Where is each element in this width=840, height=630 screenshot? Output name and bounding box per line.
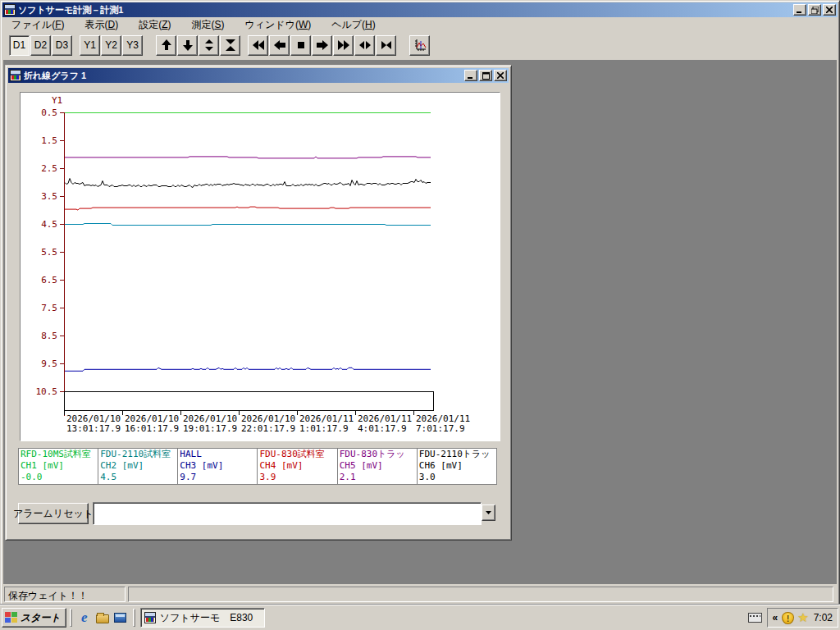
alarm-combo[interactable] bbox=[93, 502, 498, 525]
svg-text:4.5: 4.5 bbox=[41, 219, 57, 230]
keyboard-tray-icon[interactable] bbox=[748, 613, 762, 623]
combo-dropdown-button[interactable] bbox=[482, 504, 495, 521]
ie-quicklaunch-icon[interactable]: e bbox=[76, 609, 93, 626]
scroll-up-icon bbox=[160, 39, 173, 52]
scroll-down-button[interactable] bbox=[177, 35, 198, 56]
star-tray-icon[interactable]: ★ bbox=[797, 610, 808, 625]
y1-button[interactable]: Y1 bbox=[80, 35, 100, 56]
toolbar: D1 D2 D3 Y1 Y2 Y3 bbox=[2, 32, 838, 60]
channel-legend: RFD-10MS試料室CH1 [mV]-0.0FDU-2110試料室CH2 [m… bbox=[18, 448, 497, 485]
legend-name-ch1: RFD-10MS試料室 bbox=[21, 449, 96, 460]
graph-window-titlebar[interactable]: 折れ線グラフ 1 bbox=[8, 68, 509, 83]
menu-item-4[interactable]: ウィンドウ(W) bbox=[238, 16, 319, 34]
svg-text:4:01:17.9: 4:01:17.9 bbox=[358, 423, 407, 434]
svg-text:10.5: 10.5 bbox=[36, 386, 58, 397]
svg-text:22:01:17.9: 22:01:17.9 bbox=[241, 423, 295, 434]
fast-forward-button[interactable] bbox=[333, 35, 354, 56]
main-titlebar: ソフトサーモ計測－計測1 bbox=[2, 2, 838, 17]
legend-name-ch3: HALL bbox=[180, 449, 255, 460]
stop-button[interactable] bbox=[290, 35, 311, 56]
d3-button[interactable]: D3 bbox=[52, 35, 72, 56]
minimize-button[interactable] bbox=[793, 4, 806, 16]
graph-close-button[interactable] bbox=[494, 70, 507, 81]
scroll-up-button[interactable] bbox=[156, 35, 176, 56]
expand-horizontal-icon bbox=[358, 39, 372, 52]
svg-text:7:01:17.9: 7:01:17.9 bbox=[416, 423, 465, 434]
main-window: ソフトサーモ計測－計測1 ファイル(F)表示(D)設定(Z)測定(S)ウィンドウ… bbox=[0, 0, 840, 630]
graph-settings-button[interactable] bbox=[409, 35, 430, 56]
restore-button[interactable] bbox=[808, 4, 821, 16]
menu-item-5[interactable]: ヘルプ(H) bbox=[324, 16, 383, 34]
collapse-tray-chevron[interactable]: « bbox=[773, 612, 778, 623]
legend-channel-ch2: CH2 [mV] bbox=[100, 460, 176, 472]
svg-text:8.5: 8.5 bbox=[41, 331, 57, 341]
menu-item-3[interactable]: 測定(S) bbox=[184, 16, 231, 34]
legend-value-ch5: 2.1 bbox=[340, 472, 415, 483]
legend-name-ch5: FDU-830トラッ bbox=[340, 449, 415, 460]
y2-button[interactable]: Y2 bbox=[101, 35, 121, 56]
close-button[interactable] bbox=[823, 4, 836, 16]
legend-name-ch4: FDU-830試料室 bbox=[259, 449, 335, 460]
menu-item-2[interactable]: 設定(Z) bbox=[131, 16, 178, 34]
step-left-button[interactable] bbox=[269, 35, 290, 56]
right-arrow-icon bbox=[316, 39, 329, 52]
graph-window-title: 折れ線グラフ 1 bbox=[24, 70, 463, 82]
task-button-softthermo[interactable]: ソフトサーモ E830 bbox=[140, 608, 265, 628]
svg-text:0.5: 0.5 bbox=[41, 107, 57, 118]
tray-area: « ★ 7:02 bbox=[748, 608, 839, 628]
menu-item-0[interactable]: ファイル(F) bbox=[4, 16, 71, 34]
taskbar-grip[interactable] bbox=[70, 609, 72, 627]
left-arrow-icon bbox=[273, 39, 286, 52]
graph-icon bbox=[413, 39, 427, 52]
main-window-title: ソフトサーモ計測－計測1 bbox=[18, 4, 792, 16]
legend-cell-ch1: RFD-10MS試料室CH1 [mV]-0.0 bbox=[19, 449, 98, 484]
task-label: ソフトサーモ E830 bbox=[160, 611, 253, 625]
legend-channel-ch6: CH6 [mV] bbox=[419, 460, 495, 472]
status-panel-right bbox=[128, 587, 833, 602]
chart-plot-area[interactable]: 0.51.52.53.54.55.56.57.58.59.510.5Y12026… bbox=[20, 92, 500, 441]
svg-text:9.5: 9.5 bbox=[41, 358, 57, 369]
svg-text:7.5: 7.5 bbox=[41, 303, 57, 313]
taskbar-clock: 7:02 bbox=[814, 612, 833, 623]
expand-vertical-button[interactable] bbox=[199, 35, 219, 56]
start-label: スタート bbox=[21, 611, 61, 625]
step-right-button[interactable] bbox=[312, 35, 332, 56]
security-shield-icon[interactable] bbox=[782, 612, 794, 624]
y3-button[interactable]: Y3 bbox=[122, 35, 143, 56]
legend-cell-ch5: FDU-830トラッCH5 [mV]2.1 bbox=[338, 449, 417, 484]
taskbar-grip-2[interactable] bbox=[133, 609, 135, 627]
legend-value-ch6: 3.0 bbox=[419, 472, 495, 483]
alarm-combo-value[interactable] bbox=[93, 502, 482, 525]
d1-button[interactable]: D1 bbox=[9, 35, 30, 56]
windows-logo-icon bbox=[5, 612, 18, 623]
svg-text:1.5: 1.5 bbox=[41, 135, 57, 146]
graph-window-icon bbox=[10, 70, 21, 81]
fast-rewind-icon bbox=[252, 39, 265, 52]
outlook-quicklaunch-icon[interactable] bbox=[112, 609, 129, 626]
task-app-icon bbox=[144, 612, 156, 623]
svg-text:1:01:17.9: 1:01:17.9 bbox=[299, 423, 349, 434]
folder-quicklaunch-icon[interactable] bbox=[94, 609, 111, 626]
collapse-horizontal-icon bbox=[380, 39, 393, 52]
legend-channel-ch4: CH4 [mV] bbox=[259, 460, 335, 472]
menu-item-1[interactable]: 表示(D) bbox=[77, 16, 126, 34]
fast-rewind-button[interactable] bbox=[248, 35, 268, 56]
legend-cell-ch6: FDU-2110トラッCH6 [mV]3.0 bbox=[418, 449, 496, 484]
alarm-reset-button[interactable]: アラームリセット bbox=[18, 503, 89, 524]
legend-channel-ch1: CH1 [mV] bbox=[21, 460, 96, 472]
stop-icon bbox=[294, 39, 308, 52]
scroll-down-icon bbox=[181, 39, 194, 52]
legend-value-ch3: 9.7 bbox=[180, 472, 255, 483]
start-button[interactable]: スタート bbox=[2, 608, 66, 628]
collapse-horizontal-button[interactable] bbox=[376, 35, 396, 56]
graph-maximize-button[interactable] bbox=[479, 70, 492, 81]
graph-window: 折れ線グラフ 1 0.51.52.53.54.55.56.57.58.59.51… bbox=[5, 65, 512, 541]
expand-horizontal-button[interactable] bbox=[354, 35, 375, 56]
line-chart: 0.51.52.53.54.55.56.57.58.59.510.5Y12026… bbox=[21, 93, 501, 442]
legend-cell-ch2: FDU-2110試料室CH2 [mV]4.5 bbox=[98, 449, 177, 484]
fast-forward-icon bbox=[337, 39, 350, 52]
graph-minimize-button[interactable] bbox=[464, 70, 477, 81]
compress-vertical-button[interactable] bbox=[220, 35, 240, 56]
legend-channel-ch5: CH5 [mV] bbox=[340, 460, 415, 472]
d2-button[interactable]: D2 bbox=[30, 35, 51, 56]
